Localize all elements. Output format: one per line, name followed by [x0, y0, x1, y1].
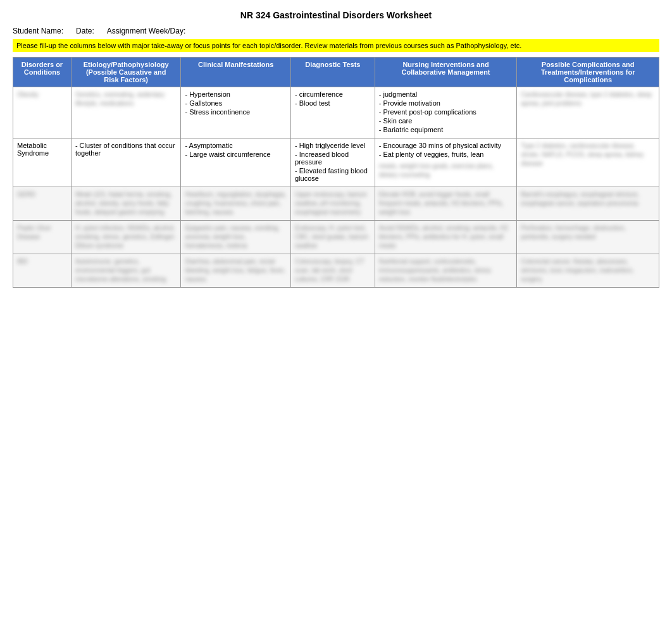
nursing-cell: judgmental Provide motivation Prevent po…	[375, 87, 517, 138]
list-item: Encourage 30 mins of physical activity	[379, 142, 513, 149]
list-item: Gallstones	[185, 99, 287, 107]
student-label: Student Name:	[13, 27, 63, 35]
table-row: GERD Weak LES, hiatal hernia, smoking, a…	[13, 187, 659, 221]
clinical-cell: Heartburn, regurgitation, dysphagia, cou…	[181, 187, 291, 221]
disorder-cell: Obesity	[13, 87, 72, 138]
complications-cell-metabolic: Type 2 diabetes, cardiovascular disease,…	[517, 138, 659, 187]
complications-cell: Perforation, hemorrhage, obstruction, pe…	[517, 221, 659, 254]
diagnostic-cell: Upper endoscopy, barium swallow, pH moni…	[291, 187, 375, 221]
complications-cell: Cardiovascular disease, type 2 diabetes,…	[517, 87, 659, 138]
header-disorders: Disorders orConditions	[13, 58, 72, 87]
meta-row: Student Name: Date: Assignment Week/Day:	[13, 27, 659, 35]
list-item: Large waist circumference	[185, 151, 287, 158]
list-item: Elevated fasting blood glucose	[295, 167, 371, 182]
list-item: judgmental	[379, 90, 513, 98]
nursing-cell: Nutritional support, corticosteroids, im…	[375, 254, 517, 288]
etiology-cell: H. pylori infection, NSAIDs, alcohol, sm…	[71, 221, 181, 254]
table-row-metabolic: Metabolic Syndrome Cluster of conditions…	[13, 138, 659, 187]
disorder-cell: Peptic Ulcer Disease	[13, 221, 72, 254]
complications-cell: Colorectal cancer, fistulas, abscesses, …	[517, 254, 659, 288]
list-item: Provide motivation	[379, 99, 513, 107]
list-item: Bariatric equipment	[379, 126, 513, 133]
header-complications: Possible Complications andTreatments/Int…	[517, 58, 659, 87]
list-item: circumference	[295, 90, 371, 98]
complications-cell: Barrett's esophagus, esophageal strictur…	[517, 187, 659, 221]
header-etiology: Etiology/Pathophysiology(Possible Causat…	[71, 58, 181, 87]
disorder-cell-metabolic: Metabolic Syndrome	[13, 138, 72, 187]
list-item: Prevent post-op complications	[379, 108, 513, 116]
header-nursing: Nursing Interventions andCollaborative M…	[375, 58, 517, 87]
header-diagnostic: Diagnostic Tests	[291, 58, 375, 87]
diagnostic-cell-metabolic: High triglyceride level Increased blood …	[291, 138, 375, 187]
header-clinical: Clinical Manifestations	[181, 58, 291, 87]
page-title: NR 324 Gastrointestinal Disorders Worksh…	[13, 10, 659, 20]
diagnostic-cell: Colonoscopy, biopsy, CT scan, lab work, …	[291, 254, 375, 288]
page-container: NR 324 Gastrointestinal Disorders Worksh…	[0, 0, 672, 298]
table-row: Peptic Ulcer Disease H. pylori infection…	[13, 221, 659, 254]
etiology-cell: Weak LES, hiatal hernia, smoking, alcoho…	[71, 187, 181, 221]
etiology-cell: Autoimmune, genetics, environmental trig…	[71, 254, 181, 288]
diagnostic-cell: Endoscopy, H. pylori test, CBC, stool gu…	[291, 221, 375, 254]
disorder-cell: IBD	[13, 254, 72, 288]
etiology-cell: Genetics, overeating, sedentary lifestyl…	[71, 87, 181, 138]
banner: Please fill-up the columns below with ma…	[13, 39, 659, 52]
list-item: Blood test	[295, 99, 371, 107]
list-item: Eat plenty of veggies, fruits, lean	[379, 151, 513, 158]
table-row: Obesity Genetics, overeating, sedentary …	[13, 87, 659, 138]
clinical-cell: Diarrhea, abdominal pain, rectal bleedin…	[181, 254, 291, 288]
list-item: Stress incontinence	[185, 108, 287, 116]
list-item: Asymptomatic	[185, 142, 287, 149]
clinical-cell: Epigastric pain, nausea, vomiting, anore…	[181, 221, 291, 254]
list-item: High triglyceride level	[295, 142, 371, 149]
list-item: Cluster of conditions that occur togethe…	[75, 142, 177, 157]
worksheet-table: Disorders orConditions Etiology/Pathophy…	[13, 57, 659, 288]
diagnostic-cell: circumference Blood test	[291, 87, 375, 138]
header-row: Disorders orConditions Etiology/Pathophy…	[13, 58, 659, 87]
clinical-cell-metabolic: Asymptomatic Large waist circumference	[181, 138, 291, 187]
table-row: IBD Autoimmune, genetics, environmental …	[13, 254, 659, 288]
etiology-cell-metabolic: Cluster of conditions that occur togethe…	[71, 138, 181, 187]
nursing-cell: Avoid NSAIDs, alcohol, smoking; antacids…	[375, 221, 517, 254]
date-label: Date:	[76, 27, 94, 35]
list-item: Hypertension	[185, 90, 287, 98]
list-item: Increased blood pressure	[295, 151, 371, 166]
assignment-label: Assignment Week/Day:	[107, 27, 186, 35]
disorder-cell: GERD	[13, 187, 72, 221]
nursing-cell: Elevate HOB, avoid trigger foods, small …	[375, 187, 517, 221]
list-item: Skin care	[379, 117, 513, 125]
clinical-cell: Hypertension Gallstones Stress incontine…	[181, 87, 291, 138]
nursing-cell-metabolic: Encourage 30 mins of physical activity E…	[375, 138, 517, 187]
